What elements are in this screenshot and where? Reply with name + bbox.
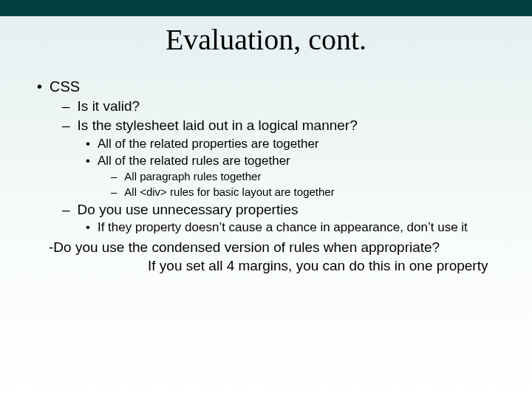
- dash-icon: [62, 201, 70, 219]
- slide-title: Evaluation, cont.: [0, 22, 532, 57]
- dash-icon: [111, 170, 117, 184]
- bullet-text: All of the related rules are together: [98, 153, 517, 168]
- bullet-div-rules: All <div> rules for basic layout are tog…: [111, 185, 517, 200]
- bullet-css: CSS: [37, 78, 517, 96]
- disc-icon: [86, 219, 90, 235]
- bullet-text: All <div> rules for basic layout are tog…: [124, 185, 517, 200]
- bullet-text: Is the stylesheet laid out in a logical …: [78, 117, 517, 134]
- bullet-related-properties: All of the related properties are togeth…: [86, 136, 517, 151]
- bullet-text: All paragraph rules together: [124, 170, 517, 184]
- bullet-text: Do you use unnecessary properties: [78, 201, 517, 219]
- bullet-four-margins: If you set all 4 margins, you can do thi…: [148, 257, 517, 275]
- bullet-text: All of the related properties are togeth…: [98, 136, 517, 151]
- bullet-text: If you set all 4 margins, you can do thi…: [148, 258, 488, 273]
- bullet-text: CSS: [50, 78, 517, 96]
- bullet-paragraph-rules: All paragraph rules together: [111, 170, 517, 184]
- bullet-text: If they property doesn’t cause a chance …: [98, 219, 517, 235]
- bullet-condensed-version: -Do you use the condensed version of rul…: [49, 239, 517, 256]
- disc-icon: [37, 78, 42, 96]
- bullet-text: Is it valid?: [78, 98, 517, 115]
- dash-icon: [62, 117, 70, 134]
- disc-icon: [86, 136, 90, 151]
- disc-icon: [86, 153, 90, 168]
- dash-icon: [111, 185, 117, 200]
- bullet-is-valid: Is it valid?: [62, 98, 517, 115]
- top-bar: [0, 0, 532, 16]
- bullet-stylesheet-logical: Is the stylesheet laid out in a logical …: [62, 117, 517, 134]
- bullet-text: -Do you use the condensed version of rul…: [49, 239, 440, 255]
- bullet-no-appearance-change: If they property doesn’t cause a chance …: [86, 219, 517, 235]
- bullet-unnecessary-properties: Do you use unnecessary properties: [62, 201, 517, 219]
- bullet-related-rules: All of the related rules are together: [86, 153, 517, 168]
- dash-icon: [62, 98, 70, 115]
- slide-body: CSS Is it valid? Is the stylesheet laid …: [0, 78, 532, 275]
